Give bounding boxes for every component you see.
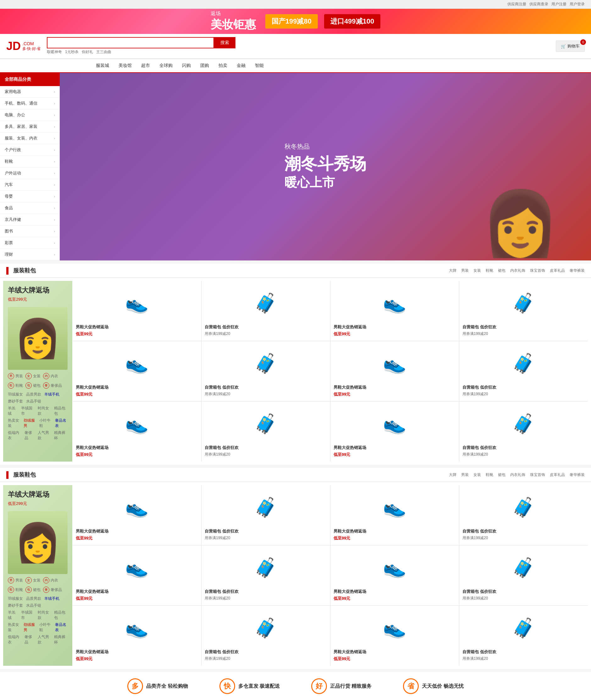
tag-women-2[interactable]: 女 女装 xyxy=(25,577,41,584)
tag-bags[interactable]: 包 裙包 xyxy=(25,382,41,389)
product-card-10[interactable]: 👟 男鞋大促热销返场 低至99元 xyxy=(330,401,459,462)
nav-item-3[interactable]: 全球购 xyxy=(155,59,177,72)
sidebar-item-mobile[interactable]: 手机、数码、通信 › xyxy=(0,98,60,109)
product-card-s0[interactable]: 👟 男鞋大促热销返场 低至99元 xyxy=(73,485,201,545)
product-card-4[interactable]: 👟 男鞋大促热销返场 低至99元 xyxy=(73,341,201,401)
sidebar-item-outdoor[interactable]: 户外运动 › xyxy=(0,167,60,179)
product-card-0[interactable]: 👟 男鞋大促热销返场 低至99元 xyxy=(73,281,201,341)
sidebar-item-books[interactable]: 图书 › xyxy=(0,226,60,237)
section-nav-jewelry[interactable]: 珠宝首饰 xyxy=(530,268,545,274)
link2-underwear[interactable]: 低端内衣 xyxy=(8,634,21,645)
section2-nav-leather[interactable]: 皮革礼品 xyxy=(550,472,565,478)
nav-item-2[interactable]: 超市 xyxy=(136,59,155,72)
link-national[interactable]: 半绒国市 xyxy=(21,406,35,416)
sidebar-item-health[interactable]: 京凡伴健 › xyxy=(0,214,60,226)
link-men-wool[interactable]: 劲绒服男 xyxy=(23,418,36,429)
nav-item-6[interactable]: 拍卖 xyxy=(214,59,232,72)
section-nav-brand[interactable]: 大牌 xyxy=(449,268,456,274)
link-small-shoes[interactable]: 小叶牛鞋 xyxy=(39,418,52,429)
product-card-s4[interactable]: 👟 男鞋大促热销返场 低至99元 xyxy=(73,545,201,606)
link-pants[interactable]: 精典裤杯 xyxy=(54,430,68,441)
sidebar-item-computer[interactable]: 电脑、办公 › xyxy=(0,109,60,121)
link2-pants[interactable]: 精典裤杯 xyxy=(54,634,68,645)
product-card-s7[interactable]: 🧳 自营箱包 低价狂欢 用券满199减20 xyxy=(459,545,588,606)
link2-national[interactable]: 半绒国市 xyxy=(21,610,35,621)
link2-hot[interactable]: 热卖女装 xyxy=(8,622,20,633)
user-register-link[interactable]: 用户注册 xyxy=(551,2,567,7)
product-card-s8[interactable]: 👟 男鞋大促热销返场 低至99元 xyxy=(73,606,201,666)
nav-item-0[interactable]: 服装城 xyxy=(91,59,114,72)
product-card-3[interactable]: 🧳 自营箱包 低价狂欢 用券满199减20 xyxy=(459,281,588,341)
logo[interactable]: JD .COM 多·快·好·省 xyxy=(6,40,41,53)
supplier-register-link[interactable]: 供应商注册 xyxy=(507,2,526,7)
section2-nav-brand[interactable]: 大牌 xyxy=(449,472,456,478)
link2-down-jacket[interactable]: 羽绒服女 xyxy=(8,596,23,601)
search-button[interactable]: 搜索 xyxy=(214,37,236,49)
link2-fashion[interactable]: 时尚女款 xyxy=(38,610,51,621)
main-banner[interactable]: 返场 美妆钜惠 国产199减80 进口499减100 xyxy=(0,9,591,34)
tag-women[interactable]: 女 女装 xyxy=(25,373,41,379)
link-popular[interactable]: 人气男款 xyxy=(38,430,51,441)
section2-nav-men[interactable]: 男装 xyxy=(461,472,469,478)
section2-nav-jewelry[interactable]: 珠宝首饰 xyxy=(530,472,545,478)
search-hint-3[interactable]: 王三由曲 xyxy=(96,49,111,55)
section-nav-leather[interactable]: 皮革礼品 xyxy=(550,268,565,274)
link-luxury-watch[interactable]: 奢品名表 xyxy=(55,418,68,429)
user-login-link[interactable]: 用户登录 xyxy=(570,2,585,7)
section2-nav-women[interactable]: 女装 xyxy=(473,472,481,478)
tag-luxury[interactable]: 奢 奢侈品 xyxy=(43,382,62,389)
link2-gloves[interactable]: 磨砂手套 xyxy=(8,603,23,608)
product-card-s2[interactable]: 👟 男鞋大促热销返场 低至99元 xyxy=(330,485,459,545)
sidebar-item-personal[interactable]: 个户行政 › xyxy=(0,144,60,156)
product-card-5[interactable]: 🧳 自营箱包 低价狂欢 用券满199减20 xyxy=(201,341,330,401)
product-card-s10[interactable]: 👟 男鞋大促热销返场 低至99元 xyxy=(330,606,459,666)
link2-crystal[interactable]: 羊绒手机 xyxy=(44,596,59,601)
hero-banner[interactable]: 秋冬热品 潮冬斗秀场 暖心上市 👩 xyxy=(60,73,591,260)
product-card-s5[interactable]: 🧳 自营箱包 低价狂欢 用券满199减20 xyxy=(201,545,330,606)
link2-popular[interactable]: 人气男款 xyxy=(38,634,51,645)
section2-nav-luxury[interactable]: 奢华裤装 xyxy=(570,472,585,478)
section-nav-men[interactable]: 男装 xyxy=(461,268,469,274)
link-fashion-women[interactable]: 时尚女款 xyxy=(38,406,51,416)
tag-men[interactable]: 男 男装 xyxy=(8,373,23,379)
link-underwear2[interactable]: 低端内衣 xyxy=(8,430,21,441)
link2-luxury-watch[interactable]: 奢品名表 xyxy=(55,622,68,633)
section2-nav-bags[interactable]: 裙包 xyxy=(498,472,506,478)
section-nav-underwear[interactable]: 内衣礼饰 xyxy=(510,268,525,274)
nav-item-8[interactable]: 智能 xyxy=(250,59,268,72)
product-card-6[interactable]: 👟 男鞋大促热销返场 低至99元 xyxy=(330,341,459,401)
section-nav-women[interactable]: 女装 xyxy=(473,268,481,274)
sidebar-item-food[interactable]: 食品 › xyxy=(0,202,60,214)
tag-luxury-2[interactable]: 奢 奢侈品 xyxy=(43,587,62,593)
section-nav-shoes[interactable]: 鞋靴 xyxy=(486,268,493,274)
tag-underwear-2[interactable]: 内 内衣 xyxy=(43,577,58,584)
product-card-s9[interactable]: 🧳 自营箱包 低价狂欢 用券满199减20 xyxy=(201,606,330,666)
tag-bags-2[interactable]: 包 裙包 xyxy=(25,587,41,593)
nav-item-5[interactable]: 团购 xyxy=(196,59,214,72)
product-card-1[interactable]: 🧳 自营箱包 低价狂欢 用券满199减20 xyxy=(201,281,330,341)
link-wool[interactable]: 羊羔绒 xyxy=(8,406,18,416)
sidebar-item-shoes[interactable]: 鞋靴 › xyxy=(0,156,60,167)
tag-shoes-2[interactable]: 鞋 鞋靴 xyxy=(8,587,23,593)
search-input[interactable] xyxy=(47,37,214,49)
search-hint-1[interactable]: 1元秒杀 xyxy=(65,49,79,55)
link2-luxury2[interactable]: 奢侈品 xyxy=(24,634,35,645)
link-luxury2[interactable]: 奢侈品 xyxy=(24,430,35,441)
link-women-hot[interactable]: 热卖女装 xyxy=(8,418,20,429)
sidebar-item-auto[interactable]: 汽车 › xyxy=(0,179,60,191)
sidebar-item-appliances[interactable]: 家用电器 › xyxy=(0,86,60,98)
link-gloves[interactable]: 磨砂手套 xyxy=(8,399,23,404)
nav-item-4[interactable]: 闪购 xyxy=(177,59,196,72)
link2-bags[interactable]: 精品包包 xyxy=(54,610,68,621)
link2-quality[interactable]: 品质男款 xyxy=(26,596,41,601)
sidebar-item-furniture[interactable]: 多具、家居、家装 › xyxy=(0,121,60,133)
section2-nav-shoes[interactable]: 鞋靴 xyxy=(486,472,493,478)
sidebar-item-lottery[interactable]: 彩票 › xyxy=(0,237,60,249)
sidebar-item-clothing[interactable]: 服装、女装、内衣 › xyxy=(0,133,60,144)
product-card-s1[interactable]: 🧳 自营箱包 低价狂欢 用券满199减20 xyxy=(201,485,330,545)
search-hint-2[interactable]: 你好礼 xyxy=(82,49,93,55)
cart-button[interactable]: 🛒 购物车 0 xyxy=(556,41,585,52)
link-crystal[interactable]: 羊绒手机 xyxy=(44,392,59,397)
sidebar-item-finance[interactable]: 理财 › xyxy=(0,249,60,260)
link-quality-men[interactable]: 品质男款 xyxy=(26,392,41,397)
